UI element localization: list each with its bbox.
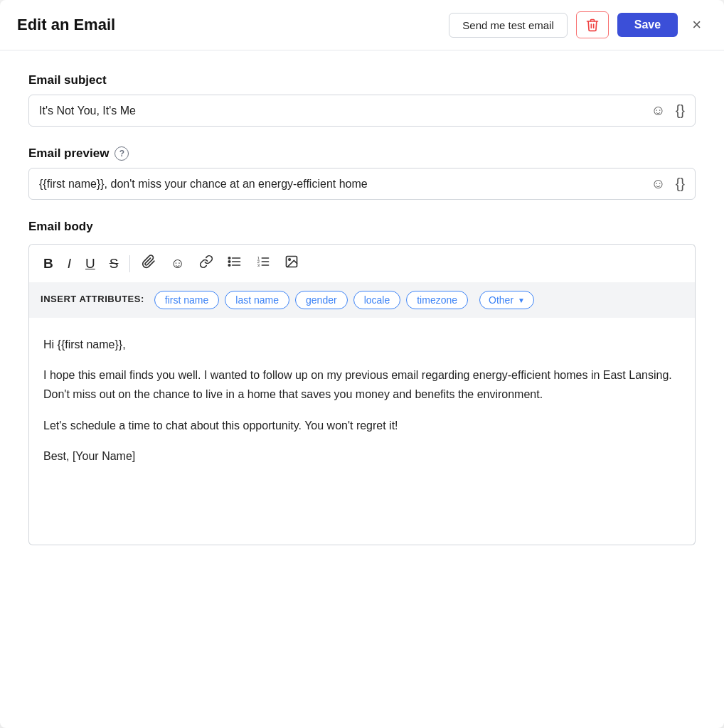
attribute-tags: first name last name gender locale timez…	[154, 291, 534, 309]
toolbar-divider-1	[129, 255, 130, 272]
link-button[interactable]	[193, 250, 219, 277]
subject-icon-group: ☺ {}	[651, 102, 685, 119]
strikethrough-button[interactable]: S	[104, 252, 124, 276]
emoji-icon-preview: ☺	[651, 176, 665, 192]
body-paragraph-3: Let's schedule a time to chat about this…	[43, 416, 681, 435]
subject-emoji-button[interactable]: ☺	[651, 102, 665, 119]
attr-gender[interactable]: gender	[295, 291, 348, 309]
image-icon	[284, 255, 299, 272]
paperclip-icon	[142, 255, 156, 272]
modal-content: Email subject ☺ {} Email preview ? ☺	[0, 50, 724, 568]
preview-help-icon[interactable]: ?	[115, 146, 129, 161]
emoji-icon: ☺	[651, 102, 665, 119]
trash-icon	[585, 18, 600, 32]
email-subject-row: ☺ {}	[28, 95, 696, 127]
other-label: Other	[489, 294, 513, 306]
email-preview-row: ☺ {}	[28, 168, 696, 200]
svg-point-5	[228, 264, 230, 267]
body-paragraph-4: Best, [Your Name]	[43, 446, 681, 466]
preview-emoji-button[interactable]: ☺	[651, 176, 665, 192]
save-button[interactable]: Save	[617, 13, 678, 37]
preview-icon-group: ☺ {}	[651, 176, 685, 192]
email-body-editor[interactable]: Hi {{first name}}, I hope this email fin…	[28, 318, 696, 545]
attributes-bar: INSERT ATTRIBUTES: first name last name …	[28, 282, 696, 318]
email-subject-label: Email subject	[28, 73, 696, 87]
link-icon	[199, 255, 213, 272]
emoji-toolbar-icon: ☺	[170, 255, 184, 272]
page-title: Edit an Email	[17, 16, 440, 34]
underline-button[interactable]: U	[80, 252, 101, 276]
bold-button[interactable]: B	[38, 252, 59, 276]
attachment-button[interactable]	[136, 250, 161, 277]
subject-variable-button[interactable]: {}	[676, 102, 685, 119]
strikethrough-icon: S	[110, 256, 119, 272]
preview-variable-button[interactable]: {}	[676, 176, 685, 192]
body-paragraph-1: Hi {{first name}},	[43, 335, 681, 354]
send-test-button[interactable]: Send me test email	[449, 13, 567, 38]
svg-point-4	[228, 261, 230, 263]
email-preview-input[interactable]	[39, 178, 651, 191]
curly-braces-icon: {}	[676, 102, 685, 119]
close-button[interactable]: ×	[686, 13, 707, 37]
svg-point-3	[228, 257, 230, 259]
italic-icon: I	[68, 256, 71, 272]
email-body-section: Email body B I U S	[28, 220, 696, 545]
modal-container: Edit an Email Send me test email Save × …	[0, 0, 724, 728]
bold-icon: B	[43, 256, 53, 272]
image-button[interactable]	[279, 250, 304, 277]
attr-other-dropdown[interactable]: Other ▼	[479, 291, 534, 309]
italic-button[interactable]: I	[62, 252, 77, 276]
numbered-list-icon: 1 2 3	[256, 255, 270, 272]
attr-locale[interactable]: locale	[353, 291, 401, 309]
attr-timezone[interactable]: timezone	[406, 291, 468, 309]
delete-button[interactable]	[576, 11, 609, 38]
email-subject-input[interactable]	[39, 105, 651, 117]
attributes-label: INSERT ATTRIBUTES:	[41, 291, 144, 304]
attr-last-name[interactable]: last name	[225, 291, 289, 309]
numbered-list-button[interactable]: 1 2 3	[250, 250, 276, 277]
chevron-down-icon: ▼	[518, 296, 525, 304]
svg-point-13	[289, 259, 291, 261]
emoji-button[interactable]: ☺	[164, 251, 190, 276]
svg-text:3: 3	[257, 263, 260, 267]
bullet-list-icon	[228, 255, 242, 272]
underline-icon: U	[85, 256, 95, 272]
bullet-list-button[interactable]	[222, 250, 247, 277]
email-body-toolbar: B I U S	[28, 244, 696, 282]
attr-first-name[interactable]: first name	[154, 291, 219, 309]
curly-braces-icon-preview: {}	[676, 176, 685, 192]
modal-header: Edit an Email Send me test email Save ×	[0, 0, 724, 50]
email-preview-label: Email preview ?	[28, 146, 696, 161]
body-paragraph-2: I hope this email finds you well. I want…	[43, 365, 681, 404]
email-body-label: Email body	[28, 220, 696, 234]
